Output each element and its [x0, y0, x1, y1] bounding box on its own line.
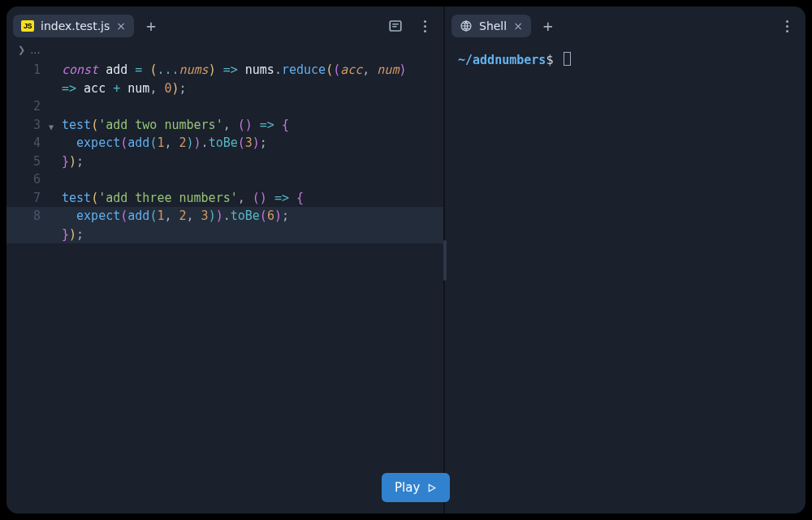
breadcrumb[interactable]: ❯ ... [6, 41, 443, 58]
layout-toggle-button[interactable] [383, 14, 408, 38]
shell-pane: Shell × + ~/addnumbers$ [445, 6, 806, 514]
code-content[interactable]: expect(add(1, 2)).toBe(3); [45, 134, 443, 153]
tab-file-index-test-js[interactable]: JS index.test.js × [13, 15, 134, 37]
code-line[interactable]: 1const add = (...nums) => nums.reduce((a… [6, 61, 443, 80]
prompt-suffix: $ [546, 53, 553, 67]
breadcrumb-text: ... [30, 44, 40, 56]
chevron-right-icon: ❯ [18, 45, 25, 55]
new-shell-tab-button[interactable]: + [536, 14, 560, 38]
code-content[interactable]: }); [45, 226, 443, 244]
svg-marker-4 [430, 484, 436, 492]
tab-shell-label: Shell [479, 19, 507, 32]
close-icon[interactable]: × [513, 20, 523, 32]
play-button-label: Play [395, 480, 420, 495]
editor-tabbar: JS index.test.js × + [6, 6, 443, 41]
play-icon [426, 483, 437, 493]
terminal[interactable]: ~/addnumbers$ [445, 41, 806, 514]
line-number: 3▼ [6, 116, 45, 135]
shell-icon [460, 19, 473, 32]
line-number: 6 [6, 170, 45, 189]
editor-more-button[interactable] [412, 14, 437, 38]
play-button[interactable]: Play [382, 473, 450, 502]
tab-filename: index.test.js [41, 19, 110, 32]
code-content[interactable]: expect(add(1, 2, 3)).toBe(6); [45, 207, 443, 226]
code-line[interactable]: 8 expect(add(1, 2, 3)).toBe(6); [6, 207, 443, 226]
layout-icon [388, 19, 403, 33]
pane-resize-handle[interactable] [443, 240, 447, 281]
code-content[interactable]: test('add two numbers', () => { [45, 116, 443, 135]
code-line[interactable]: => acc + num, 0); [6, 80, 443, 98]
code-content[interactable]: test('add three numbers', () => { [45, 189, 443, 208]
line-number: 2 [6, 97, 45, 116]
code-line[interactable]: 4 expect(add(1, 2)).toBe(3); [6, 134, 443, 153]
kebab-icon [424, 20, 426, 32]
code-content[interactable]: => acc + num, 0); [45, 80, 443, 98]
ide-root: JS index.test.js × + ❯ ... 1const add = … [6, 6, 806, 514]
new-tab-button[interactable]: + [139, 14, 163, 38]
code-content[interactable]: const add = (...nums) => nums.reduce((ac… [45, 61, 443, 80]
shell-tabbar: Shell × + [445, 6, 806, 41]
code-line[interactable]: 5}); [6, 153, 443, 171]
code-line[interactable]: 6 [6, 170, 443, 189]
line-number: 7 [6, 189, 45, 208]
fold-icon[interactable]: ▼ [49, 118, 54, 137]
line-number: 1 [6, 61, 45, 80]
code-content[interactable]: }); [45, 153, 443, 171]
terminal-cursor [564, 52, 571, 66]
code-line[interactable]: 3▼test('add two numbers', () => { [6, 116, 443, 135]
prompt-path: ~/addnumbers [458, 53, 546, 67]
js-file-icon: JS [21, 20, 34, 32]
tab-shell[interactable]: Shell × [451, 15, 531, 37]
close-icon[interactable]: × [116, 20, 126, 32]
editor-pane: JS index.test.js × + ❯ ... 1const add = … [6, 6, 445, 514]
code-line[interactable]: }); [6, 226, 443, 244]
kebab-icon [786, 20, 788, 32]
line-number: 4 [6, 134, 45, 153]
code-line[interactable]: 7test('add three numbers', () => { [6, 189, 443, 208]
code-line[interactable]: 2 [6, 97, 443, 116]
shell-more-button[interactable] [775, 14, 799, 38]
line-number: 8 [6, 207, 45, 226]
line-number: 5 [6, 153, 45, 171]
code-editor[interactable]: 1const add = (...nums) => nums.reduce((a… [6, 58, 443, 514]
